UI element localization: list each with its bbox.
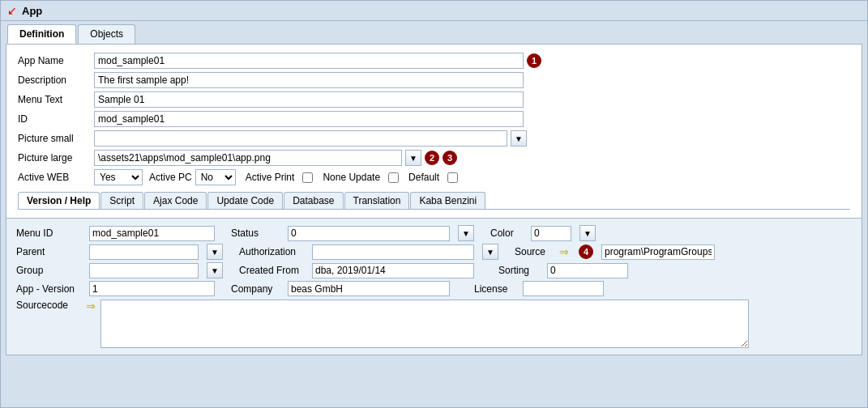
parent-input[interactable] <box>89 244 199 260</box>
source-input[interactable] <box>601 244 715 260</box>
app-icon: ↙ <box>7 4 17 17</box>
sorting-input[interactable] <box>547 263 628 278</box>
active-web-label: Active WEB <box>18 172 91 183</box>
color-input[interactable] <box>531 226 571 241</box>
picture-small-input[interactable] <box>94 130 507 147</box>
none-update-label: None Update <box>323 172 380 183</box>
app-version-label: App - Version <box>16 283 81 295</box>
window-title: App <box>22 5 42 17</box>
active-pc-label: Active PC <box>149 172 192 183</box>
authorization-label: Authorization <box>239 246 304 257</box>
menu-id-input[interactable] <box>89 226 215 241</box>
active-row: Active WEB Yes No Active PC No Yes Activ… <box>18 169 850 185</box>
group-label: Group <box>16 265 81 276</box>
tab-update-code[interactable]: Update Code <box>207 192 283 209</box>
picture-large-row: Picture large ▼ 2 3 <box>18 150 850 166</box>
description-label: Description <box>18 74 91 86</box>
active-print-checkbox[interactable] <box>302 172 313 183</box>
picture-small-label: Picture small <box>18 133 91 144</box>
authorization-input[interactable] <box>312 244 474 260</box>
tab-translation[interactable]: Translation <box>344 192 410 209</box>
company-label: Company <box>231 283 280 295</box>
sorting-label: Sorting <box>498 265 539 276</box>
app-version-input[interactable] <box>89 281 215 296</box>
menu-id-label: Menu ID <box>16 227 81 239</box>
sourcecode-textarea[interactable] <box>100 300 749 348</box>
badge-2: 2 <box>425 151 439 165</box>
id-row: ID <box>18 111 850 127</box>
active-print-label: Active Print <box>246 172 295 183</box>
group-input[interactable] <box>89 263 199 278</box>
menu-text-label: Menu Text <box>18 94 91 105</box>
menu-text-row: Menu Text <box>18 91 850 108</box>
picture-large-label: Picture large <box>18 152 91 164</box>
tab-objects[interactable]: Objects <box>78 24 135 44</box>
menu-text-input[interactable] <box>94 91 524 108</box>
source-label: Source <box>515 246 551 257</box>
license-input[interactable] <box>523 281 604 296</box>
sourcecode-row: Sourcecode ⇒ <box>16 300 852 348</box>
badge-1: 1 <box>527 53 541 68</box>
active-pc-select[interactable]: No Yes <box>195 169 236 185</box>
id-input[interactable] <box>94 111 524 127</box>
company-input[interactable] <box>288 281 450 296</box>
status-dropdown[interactable]: ▼ <box>458 225 474 241</box>
tab-database[interactable]: Database <box>284 192 343 209</box>
bottom-section: Menu ID Status ▼ Color ▼ Parent ▼ Author… <box>6 219 862 355</box>
app-name-label: App Name <box>18 55 91 66</box>
sourcecode-label: Sourcecode <box>16 300 81 311</box>
title-bar: ↙ App <box>1 1 867 21</box>
created-from-input[interactable] <box>312 263 474 278</box>
status-input[interactable] <box>288 226 450 241</box>
app-window: ↙ App Definition Objects App Name 1 Desc… <box>0 0 868 408</box>
app-name-row: App Name 1 <box>18 53 850 69</box>
badge-4: 4 <box>579 244 593 259</box>
tab-kaba-benzini[interactable]: Kaba Benzini <box>410 192 485 209</box>
tab-ajax-code[interactable]: Ajax Code <box>144 192 207 209</box>
parent-label: Parent <box>16 246 81 257</box>
default-checkbox[interactable] <box>447 172 458 183</box>
tab-definition[interactable]: Definition <box>7 24 76 44</box>
id-label: ID <box>18 113 91 125</box>
description-row: Description <box>18 72 850 88</box>
picture-large-input[interactable] <box>94 150 402 166</box>
color-label: Color <box>490 227 523 239</box>
tab-version-help[interactable]: Version / Help <box>18 192 100 209</box>
top-tab-bar: Definition Objects <box>1 21 867 44</box>
source-arrow-icon: ⇒ <box>559 245 569 258</box>
description-input[interactable] <box>94 72 524 88</box>
tab-script[interactable]: Script <box>100 192 143 209</box>
badge-3: 3 <box>443 151 457 165</box>
color-dropdown[interactable]: ▼ <box>579 225 596 241</box>
created-from-label: Created From <box>239 265 304 276</box>
second-tab-bar: Version / Help Script Ajax Code Update C… <box>18 192 850 210</box>
app-name-input[interactable] <box>94 53 524 69</box>
authorization-dropdown[interactable]: ▼ <box>482 244 498 260</box>
default-label: Default <box>408 172 439 183</box>
license-label: License <box>474 283 515 295</box>
picture-small-dropdown[interactable]: ▼ <box>511 130 527 147</box>
main-content: App Name 1 Description Menu Text ID Pict… <box>6 44 862 219</box>
sourcecode-arrow-icon: ⇒ <box>86 300 96 312</box>
picture-small-row: Picture small ▼ <box>18 130 850 147</box>
parent-dropdown[interactable]: ▼ <box>207 244 223 260</box>
group-dropdown[interactable]: ▼ <box>207 262 223 278</box>
active-web-select[interactable]: Yes No <box>94 169 143 185</box>
none-update-checkbox[interactable] <box>388 172 399 183</box>
status-label: Status <box>231 227 280 239</box>
picture-large-dropdown[interactable]: ▼ <box>405 150 421 166</box>
